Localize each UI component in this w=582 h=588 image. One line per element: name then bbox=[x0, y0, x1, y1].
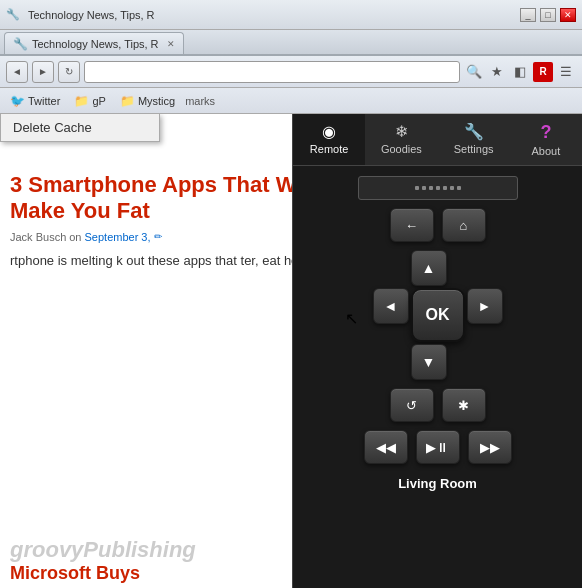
bookmarks-bar: 🐦 Twitter 📁 gP 📁 Mysticg marks bbox=[0, 88, 582, 114]
window-title: Technology News, Tips, R bbox=[28, 9, 516, 21]
article-on: on bbox=[69, 231, 81, 243]
remote-tab-remote-label: Remote bbox=[310, 143, 349, 155]
room-label: Living Room bbox=[398, 476, 477, 491]
mysticg-icon: 📁 bbox=[120, 94, 135, 108]
home-button-remote[interactable]: ⌂ bbox=[442, 208, 486, 242]
bookmark-mysticg[interactable]: 📁 Mysticg bbox=[116, 93, 179, 109]
bookmark-mysticg-label: Mysticg bbox=[138, 95, 175, 107]
asterisk-icon: ✱ bbox=[458, 398, 469, 413]
remote-tab-about[interactable]: ? About bbox=[510, 114, 582, 165]
dpad-empty-bl bbox=[373, 344, 409, 380]
transport-row: ◀◀ ▶⏸ ▶▶ bbox=[364, 430, 512, 464]
about-icon: ? bbox=[540, 122, 551, 143]
tab-favicon: 🔧 bbox=[13, 37, 28, 51]
title-bar: 🔧 Technology News, Tips, R _ □ ✕ bbox=[0, 0, 582, 30]
replay-icon: ↺ bbox=[406, 398, 417, 413]
forward-button[interactable]: ► bbox=[32, 61, 54, 83]
delete-cache-label: Delete Cache bbox=[13, 120, 92, 135]
goodies-icon: ❄ bbox=[395, 122, 408, 141]
rewind-button[interactable]: ◀◀ bbox=[364, 430, 408, 464]
dot-5 bbox=[443, 186, 447, 190]
remote-tab-remote[interactable]: ◉ Remote bbox=[293, 114, 365, 165]
star-icon[interactable]: ★ bbox=[487, 62, 507, 82]
back-home-row: ← ⌂ bbox=[390, 208, 486, 242]
dpad-empty-tl bbox=[373, 250, 409, 286]
up-button[interactable]: ▲ bbox=[411, 250, 447, 286]
close-button[interactable]: ✕ bbox=[560, 8, 576, 22]
browser-window: 🔧 Technology News, Tips, R _ □ ✕ 🔧 Techn… bbox=[0, 0, 582, 588]
right-button[interactable]: ► bbox=[467, 288, 503, 324]
bookmark-gp-label: gP bbox=[92, 95, 105, 107]
tab-bar: 🔧 Technology News, Tips, R ✕ bbox=[0, 30, 582, 56]
edit-icon[interactable]: ✏ bbox=[154, 231, 162, 242]
replay-button[interactable]: ↺ bbox=[390, 388, 434, 422]
dot-4 bbox=[436, 186, 440, 190]
article-author: Jack Busch bbox=[10, 231, 66, 243]
right-icon: ► bbox=[478, 298, 492, 314]
bookmark-twitter[interactable]: 🐦 Twitter bbox=[6, 93, 64, 109]
forward-icon: ▶▶ bbox=[480, 440, 500, 455]
home-icon: ⌂ bbox=[460, 218, 468, 233]
pocket-icon[interactable]: ◧ bbox=[510, 62, 530, 82]
dot-7 bbox=[457, 186, 461, 190]
dpad: ▲ ◄ OK ► ▼ bbox=[373, 250, 503, 380]
nav-bar: ◄ ► ↻ 🔍 ★ ◧ R ☰ bbox=[0, 56, 582, 88]
display-dots bbox=[415, 186, 461, 190]
remote-tab-settings-label: Settings bbox=[454, 143, 494, 155]
remote-body: ← ⌂ ▲ ◄ OK bbox=[293, 166, 582, 588]
up-icon: ▲ bbox=[422, 260, 436, 276]
maximize-button[interactable]: □ bbox=[540, 8, 556, 22]
play-pause-icon: ▶⏸ bbox=[426, 440, 449, 455]
left-icon: ◄ bbox=[384, 298, 398, 314]
remote-tab-about-label: About bbox=[532, 145, 561, 157]
back-button[interactable]: ◄ bbox=[6, 61, 28, 83]
left-button[interactable]: ◄ bbox=[373, 288, 409, 324]
browser-tab[interactable]: 🔧 Technology News, Tips, R ✕ bbox=[4, 32, 184, 54]
tab-close-button[interactable]: ✕ bbox=[167, 39, 175, 49]
dot-3 bbox=[429, 186, 433, 190]
play-pause-button[interactable]: ▶⏸ bbox=[416, 430, 460, 464]
dot-2 bbox=[422, 186, 426, 190]
ok-button[interactable]: OK bbox=[411, 288, 465, 342]
twitter-icon: 🐦 bbox=[10, 94, 25, 108]
bookmarks-more-label: marks bbox=[185, 95, 215, 107]
dropdown-menu: Delete Cache bbox=[0, 114, 160, 142]
ok-label: OK bbox=[426, 306, 450, 324]
remote-tab-goodies[interactable]: ❄ Goodies bbox=[365, 114, 437, 165]
article-date[interactable]: September 3, bbox=[85, 231, 151, 243]
bookmark-gp[interactable]: 📁 gP bbox=[70, 93, 109, 109]
search-icon[interactable]: 🔍 bbox=[464, 62, 484, 82]
down-button[interactable]: ▼ bbox=[411, 344, 447, 380]
minimize-button[interactable]: _ bbox=[520, 8, 536, 22]
gp-icon: 📁 bbox=[74, 94, 89, 108]
back-button-remote[interactable]: ← bbox=[390, 208, 434, 242]
remote-tab-goodies-label: Goodies bbox=[381, 143, 422, 155]
remote-display bbox=[358, 176, 518, 200]
content-area: Delete Cache 3 Smartphone Apps That Won'… bbox=[0, 114, 582, 588]
rewind-icon: ◀◀ bbox=[376, 440, 396, 455]
nav-icon-group: 🔍 ★ ◧ R ☰ bbox=[464, 62, 576, 82]
down-icon: ▼ bbox=[422, 354, 436, 370]
dpad-empty-tr bbox=[467, 250, 503, 286]
bookmark-twitter-label: Twitter bbox=[28, 95, 60, 107]
remote-tab-remote-icon: ◉ bbox=[322, 122, 336, 141]
dot-6 bbox=[450, 186, 454, 190]
replay-asterisk-row: ↺ ✱ bbox=[390, 388, 486, 422]
delete-cache-item[interactable]: Delete Cache bbox=[1, 114, 159, 141]
asterisk-button[interactable]: ✱ bbox=[442, 388, 486, 422]
remote-tabs: ◉ Remote ❄ Goodies 🔧 Settings ? About bbox=[293, 114, 582, 166]
remote-tab-settings[interactable]: 🔧 Settings bbox=[438, 114, 510, 165]
back-icon: ← bbox=[405, 218, 418, 233]
menu-icon[interactable]: ☰ bbox=[556, 62, 576, 82]
readability-icon[interactable]: R bbox=[533, 62, 553, 82]
tab-label: Technology News, Tips, R bbox=[32, 38, 159, 50]
forward-button[interactable]: ▶▶ bbox=[468, 430, 512, 464]
dot-1 bbox=[415, 186, 419, 190]
settings-icon: 🔧 bbox=[464, 122, 484, 141]
refresh-button[interactable]: ↻ bbox=[58, 61, 80, 83]
address-bar[interactable] bbox=[84, 61, 460, 83]
remote-popup: ◉ Remote ❄ Goodies 🔧 Settings ? About bbox=[292, 114, 582, 588]
dpad-empty-br bbox=[467, 344, 503, 380]
